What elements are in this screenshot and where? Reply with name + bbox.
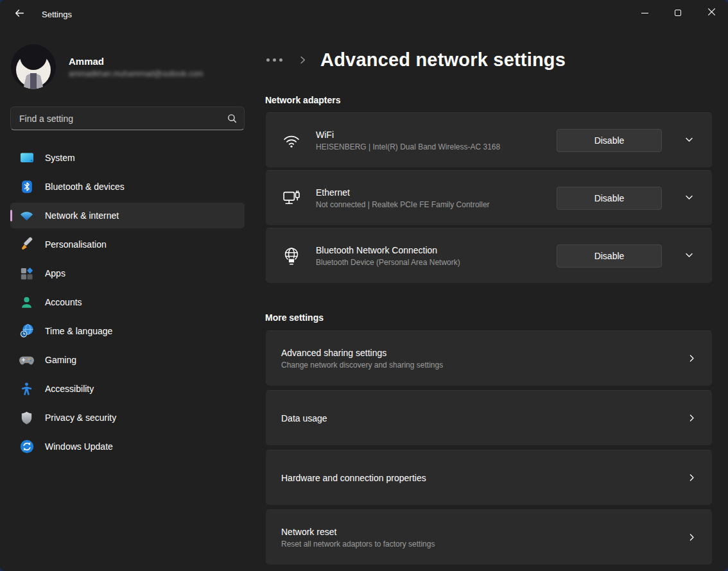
profile-text: Ammad ammadkhan.muhammad@outlook.com [69, 56, 204, 78]
sidebar-item-label: System [45, 153, 75, 163]
link-row-data-usage[interactable]: Data usage [265, 390, 713, 446]
search-input[interactable] [10, 107, 245, 130]
link-row-advanced-sharing-settings[interactable]: Advanced sharing settings Change network… [265, 330, 713, 386]
expand-bluetooth-network-button[interactable] [681, 248, 697, 264]
sidebar: Ammad ammadkhan.muhammad@outlook.com Sys… [0, 28, 255, 571]
minimize-icon [641, 13, 648, 13]
settings-window: Settings [0, 0, 728, 571]
adapter-description: Bluetooth Device (Personal Area Network) [316, 258, 460, 267]
link-description: Reset all network adaptors to factory se… [281, 540, 435, 549]
link-title: Network reset [281, 527, 435, 537]
maximize-icon [675, 10, 681, 16]
close-button[interactable] [695, 0, 728, 26]
link-description: Change network discovery and sharing set… [281, 361, 443, 370]
adapter-name: WiFi [316, 130, 500, 140]
system-icon [19, 150, 35, 166]
gaming-icon [19, 352, 35, 368]
sidebar-item-label: Personalisation [45, 239, 107, 250]
chevron-down-icon [684, 192, 694, 204]
breadcrumb-ellipsis-icon[interactable] [265, 58, 284, 62]
close-icon [707, 8, 716, 18]
chevron-right-icon [687, 413, 697, 423]
section-heading-more-settings: More settings [265, 312, 728, 323]
sidebar-item-accounts[interactable]: Accounts [10, 289, 245, 315]
windows-update-icon [19, 439, 35, 455]
sidebar-item-label: Apps [45, 268, 65, 278]
adapter-name: Bluetooth Network Connection [316, 245, 460, 255]
sidebar-item-network-internet[interactable]: Network & internet [10, 203, 245, 228]
privacy-security-icon [19, 410, 35, 426]
sidebar-nav: System Bluetooth & devices Network & int… [10, 145, 245, 459]
page-header: Advanced network settings [265, 46, 728, 74]
adapter-row-ethernet: Ethernet Not connected | Realtek PCIe FE… [265, 170, 713, 226]
sidebar-item-bluetooth-devices[interactable]: Bluetooth & devices [10, 174, 245, 200]
expand-wifi-button[interactable] [681, 133, 697, 148]
window-controls [628, 0, 728, 26]
chevron-right-icon [687, 354, 697, 363]
adapter-text: Bluetooth Network Connection Bluetooth D… [316, 245, 460, 267]
bluetooth-icon [19, 179, 35, 195]
chevron-down-icon [684, 135, 694, 146]
main-content: Advanced network settings Network adapte… [265, 28, 728, 571]
sidebar-item-privacy-security[interactable]: Privacy & security [10, 405, 245, 430]
network-adapters-list: WiFi HEISENBERG | Intel(R) Dual Band Wir… [265, 112, 713, 284]
sidebar-item-label: Accessibility [45, 384, 94, 394]
bluetooth-network-icon [281, 246, 302, 266]
link-title: Data usage [281, 413, 327, 423]
adapter-description: Not connected | Realtek PCIe FE Family C… [316, 200, 490, 209]
accessibility-icon [19, 381, 35, 397]
link-text: Advanced sharing settings Change network… [281, 348, 443, 370]
section-heading-network-adapters: Network adapters [265, 95, 728, 105]
minimize-button[interactable] [628, 0, 661, 26]
disable-button-bluetooth-network[interactable]: Disable [557, 244, 662, 268]
disable-button-ethernet[interactable]: Disable [557, 187, 662, 210]
avatar [11, 44, 56, 89]
adapter-row-bluetooth-network: Bluetooth Network Connection Bluetooth D… [265, 228, 713, 284]
ethernet-icon [281, 189, 302, 208]
search-box [10, 107, 245, 130]
link-title: Advanced sharing settings [281, 348, 443, 358]
sidebar-item-label: Privacy & security [45, 413, 116, 423]
sidebar-item-label: Bluetooth & devices [45, 182, 125, 192]
sidebar-item-time-language[interactable]: Time & language [10, 318, 245, 344]
chevron-right-icon [687, 473, 697, 482]
link-row-hardware-connection-properties[interactable]: Hardware and connection properties [265, 450, 713, 506]
link-row-network-reset[interactable]: Network reset Reset all network adaptors… [265, 509, 713, 565]
sidebar-item-windows-update[interactable]: Windows Update [10, 434, 245, 459]
adapter-text: WiFi HEISENBERG | Intel(R) Dual Band Wir… [316, 130, 500, 151]
sidebar-item-label: Accounts [45, 297, 82, 307]
search-icon[interactable] [227, 113, 238, 126]
disable-button-wifi[interactable]: Disable [557, 129, 662, 152]
back-arrow-icon [14, 8, 25, 21]
chevron-right-icon [687, 533, 697, 542]
adapter-name: Ethernet [316, 187, 490, 198]
sidebar-item-system[interactable]: System [10, 145, 245, 171]
link-text: Data usage [281, 413, 327, 423]
adapter-text: Ethernet Not connected | Realtek PCIe FE… [316, 187, 490, 209]
network-internet-icon [19, 208, 35, 224]
chevron-down-icon [684, 250, 694, 262]
maximize-button[interactable] [661, 0, 695, 26]
link-text: Network reset Reset all network adaptors… [281, 527, 435, 549]
profile-name: Ammad [69, 56, 204, 67]
sidebar-item-personalisation[interactable]: Personalisation [10, 232, 245, 257]
sidebar-item-label: Network & internet [45, 210, 119, 221]
expand-ethernet-button[interactable] [681, 191, 697, 206]
personalisation-icon [19, 237, 35, 253]
apps-icon [19, 266, 35, 282]
sidebar-item-label: Windows Update [45, 441, 113, 452]
more-settings-list: Advanced sharing settings Change network… [265, 330, 713, 565]
link-text: Hardware and connection properties [281, 473, 426, 483]
page-title: Advanced network settings [320, 49, 566, 71]
user-profile: Ammad ammadkhan.muhammad@outlook.com [11, 44, 245, 89]
link-title: Hardware and connection properties [281, 473, 426, 483]
accounts-icon [19, 294, 35, 311]
sidebar-item-label: Time & language [45, 326, 112, 336]
sidebar-item-accessibility[interactable]: Accessibility [10, 376, 245, 402]
adapter-description: HEISENBERG | Intel(R) Dual Band Wireless… [316, 142, 500, 151]
sidebar-item-apps[interactable]: Apps [10, 260, 245, 286]
wifi-icon [281, 131, 302, 150]
sidebar-item-gaming[interactable]: Gaming [10, 347, 245, 373]
back-button[interactable] [8, 3, 31, 25]
breadcrumb-chevron-icon [298, 55, 308, 65]
